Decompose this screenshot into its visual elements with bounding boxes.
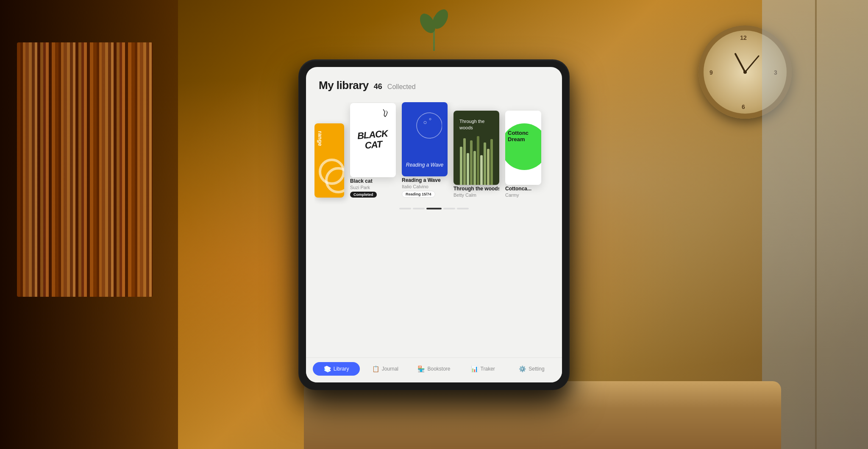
tracker-icon: 📊 [471,365,478,372]
book-cover-cotton[interactable]: CottoncDream [505,111,541,185]
book-orange-title: range [317,131,323,146]
book-info-cotton: Cottonca... Carmy [505,186,531,198]
book-cover-wave[interactable]: Reading a Wave [402,102,448,176]
svg-line-5 [745,56,759,72]
book-wave-cover-text: Reading a Wave [406,162,444,168]
tablet-frame: My library 46 Collected range [298,59,570,390]
svg-line-4 [735,54,745,72]
book-cover-blackcat[interactable]: BLACKCAT [350,103,396,177]
setting-icon: ⚙️ [519,365,526,372]
table-decoration [304,381,781,449]
nav-item-tracker[interactable]: 📊 Traker [459,362,506,376]
book-info-wave: Reading a Wave Italio Calvino Reading 15… [402,177,441,198]
status-badge: Completed [350,192,377,198]
book-title-label: Reading a Wave [402,177,441,183]
book-count: 46 [374,82,382,91]
scroll-indicator [314,204,554,215]
list-item[interactable]: Through the woods [453,111,499,198]
book-info-woods: Through the woods Betty Calm [453,186,499,198]
journal-icon: 📋 [372,365,379,372]
book-title-label: Black cat [350,178,377,184]
book-woods-title-text: Through the woods [459,118,493,131]
svg-point-10 [429,118,431,120]
scroll-dot-3 [426,208,442,209]
svg-text:9: 9 [709,69,713,76]
book-title-label: Cottonca... [505,186,531,192]
scroll-dot-4 [443,208,455,209]
nav-label-journal: Journal [382,366,398,372]
book-info-blackcat: Black cat Suzi Park Completed [350,178,377,198]
book-cover-woods[interactable]: Through the woods [453,111,499,185]
bottom-navigation: 📚 Library 📋 Journal 🏪 Bookstore 📊 Traker [306,357,562,382]
svg-point-9 [424,121,426,124]
page-title: My library [319,79,369,92]
list-item[interactable]: BLACKCAT Black cat Suzi Park Completed [350,103,396,198]
list-item[interactable]: CottoncDream Cottonca... Carmy [505,111,541,198]
nav-item-library[interactable]: 📚 Library [313,362,360,376]
svg-point-6 [743,70,747,74]
nav-label-setting: Setting [529,366,544,372]
plant-decoration [421,0,447,51]
library-header: My library 46 Collected [306,67,562,99]
book-author-label: Suzi Park [350,185,377,190]
nav-label-library: Library [334,366,349,372]
nav-item-bookstore[interactable]: 🏪 Bookstore [410,362,457,376]
book-blackcat-title-text: BLACKCAT [357,128,389,151]
svg-point-7 [386,111,387,112]
woods-trees-decoration [453,132,499,185]
bookshelf-decoration [0,0,178,449]
svg-point-8 [417,113,442,138]
list-item[interactable]: range [314,123,344,198]
scroll-dot-5 [457,208,469,209]
scroll-dot-1 [399,208,411,209]
status-badge: Reading 15/74 [402,191,435,198]
books-scroll-container[interactable]: range BLACKCAT Black c [314,102,554,204]
book-cotton-title-text: CottoncDream [508,130,529,143]
nav-item-journal[interactable]: 📋 Journal [362,362,409,376]
list-item[interactable]: Reading a Wave Reading a Wave Italio Cal… [402,102,448,198]
tablet-screen: My library 46 Collected range [306,67,562,382]
scroll-dot-2 [413,208,425,209]
book-author-label: Italio Calvino [402,184,441,189]
svg-text:12: 12 [740,34,747,41]
book-author-label: Betty Calm [453,192,499,198]
bookstore-icon: 🏪 [417,365,425,372]
book-author-label: Carmy [505,192,531,198]
nav-label-bookstore: Bookstore [427,366,450,372]
book-title-label: Through the woods [453,186,499,192]
tablet-device: My library 46 Collected range [298,59,570,390]
svg-text:6: 6 [742,103,745,110]
nav-item-setting[interactable]: ⚙️ Setting [508,362,555,376]
count-label: Collected [387,83,416,91]
window-decoration [762,0,868,449]
nav-label-tracker: Traker [481,366,495,372]
library-icon: 📚 [324,365,331,372]
book-cover-orange[interactable]: range [314,123,344,198]
books-area: range BLACKCAT Black c [306,99,562,357]
